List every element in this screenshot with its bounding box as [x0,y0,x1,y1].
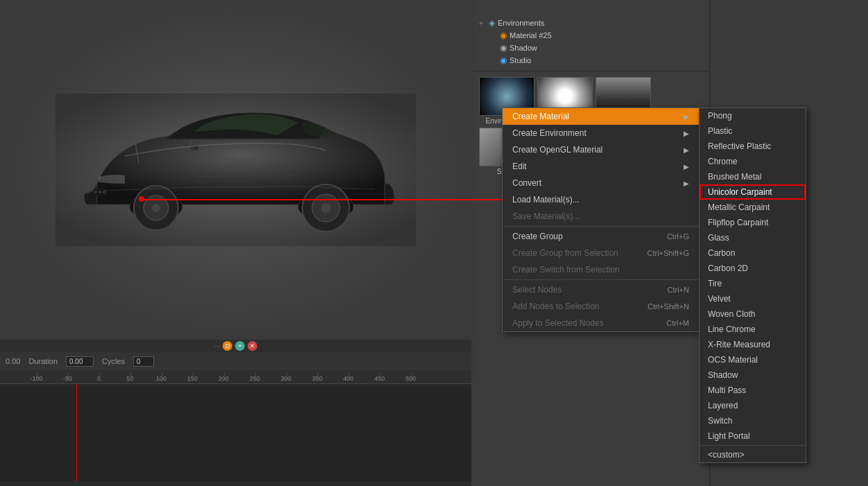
svg-point-8 [321,203,331,213]
ctx-label: Create Switch from Selection [512,265,620,275]
ctx-save-materials: Save Material(s)... [503,208,699,225]
ctx-select-nodes: Select Nodes Ctrl+N [503,281,699,298]
sub-glass[interactable]: Glass [700,230,806,245]
duration-input[interactable] [66,356,94,367]
add-button[interactable]: + [235,341,245,351]
ctx-create-opengl[interactable]: Create OpenGL Material ▶ [503,141,699,158]
tree-label: Shadow [510,44,537,52]
sub-woven-cloth[interactable]: Woven Cloth [700,306,806,322]
tree-label: Environments [498,19,544,27]
ctx-convert[interactable]: Convert ▶ [503,175,699,191]
submenu-material-types: Phong Plastic Reflective Plastic Chrome … [699,107,806,463]
ctx-label: Create Material [512,112,569,121]
car-silhouette [55,94,416,246]
shortcut-label: Ctrl+M [666,319,689,327]
sub-line-chrome[interactable]: Line Chrome [700,322,806,337]
context-menu: Create Material ▶ Create Environment ▶ C… [502,107,700,332]
ctx-create-switch-sel: Create Switch from Selection [503,261,699,278]
sub-flipflop-carpaint[interactable]: Flipflop Carpaint [700,215,806,230]
ctx-separator [503,279,699,280]
ruler-mark: 450 [364,375,395,382]
ctx-separator [503,226,699,227]
sub-reflective-plastic[interactable]: Reflective Plastic [700,139,806,154]
sub-chrome[interactable]: Chrome [700,154,806,169]
ctx-create-environment[interactable]: Create Environment ▶ [503,125,699,141]
sub-tire[interactable]: Tire [700,276,806,291]
ruler-mark: 50 [114,375,146,382]
cycles-label: Cycles [102,357,125,365]
ruler-mark: 500 [395,375,426,382]
ruler-mark: 300 [270,375,302,382]
ctx-create-group-sel: Create Group from Selection Ctrl+Shift+G [503,245,699,261]
ctx-label: Create Group [512,232,563,241]
shortcut-label: Ctrl+Shift+N [648,302,689,311]
shortcut-label: Ctrl+G [667,232,689,241]
sub-unicolor-carpaint[interactable]: Unicolor Carpaint [700,184,806,200]
sub-carbon[interactable]: Carbon [700,245,806,261]
sub-separator [700,445,806,446]
env-icon: ◈ [489,18,495,28]
tree-label: Material #25 [510,31,552,40]
timeline-ruler: -100 -50 0 50 100 150 200 250 300 350 40… [0,370,471,384]
ruler-mark: 200 [208,375,239,382]
sub-shadow[interactable]: Shadow [700,367,806,383]
start-label: 0.00 [6,357,20,365]
sub-phong[interactable]: Phong [700,108,806,123]
ctx-label: Create Environment [512,128,587,138]
ruler-mark: 100 [146,375,177,382]
ctx-label: Add Nodes to Selection [512,302,599,311]
timeline: 0.00 Duration Cycles -100 -50 0 50 100 1… [0,352,471,486]
sub-multi-pass[interactable]: Multi Pass [700,383,806,398]
tree-label: Studio [510,56,531,64]
arrow-right-icon: ▶ [684,113,689,121]
sub-layered[interactable]: Layered [700,398,806,413]
tree-item-shadow[interactable]: ◉ Shadow [479,42,704,54]
ruler-mark: -50 [52,375,83,382]
tree-item-environments[interactable]: + ◈ Environments [479,17,704,29]
svg-rect-10 [94,191,97,193]
sub-switch[interactable]: Switch [700,413,806,428]
ctx-load-materials[interactable]: Load Material(s)... [503,191,699,208]
d-button[interactable]: D [223,341,232,351]
ctx-label: Apply to Selected Nodes [512,318,603,328]
svg-rect-12 [103,191,105,193]
ctx-apply-nodes: Apply to Selected Nodes Ctrl+M [503,315,699,331]
sub-ocs[interactable]: OCS Material [700,352,806,367]
sub-velvet[interactable]: Velvet [700,291,806,306]
drag-handle: ··· [214,342,220,350]
sub-plastic[interactable]: Plastic [700,123,806,139]
arrow-indicator [139,199,506,200]
sub-custom[interactable]: <custom> [700,447,806,462]
ctx-edit[interactable]: Edit ▶ [503,158,699,175]
viewport-bottom-bar: ··· D + ✕ [0,340,471,352]
mat-icon: ◉ [500,31,507,40]
ctx-create-group[interactable]: Create Group Ctrl+G [503,228,699,245]
timeline-tracks [0,384,471,481]
sub-brushed-metal[interactable]: Brushed Metal [700,169,806,184]
arrow-right-icon: ▶ [684,146,689,154]
svg-rect-11 [98,191,101,193]
tree-item-studio[interactable]: ◉ Studio [479,54,704,67]
close-button[interactable]: ✕ [248,341,257,351]
ctx-create-material[interactable]: Create Material ▶ [503,108,699,125]
tree-item-material25[interactable]: ◉ Material #25 [479,29,704,42]
ctx-label: Select Nodes [512,285,562,295]
studio-icon: ◉ [500,55,507,65]
arrow-right-icon: ▶ [684,163,689,171]
sub-x-rite[interactable]: X-Rite Measured [700,337,806,352]
sub-metallic-carpaint[interactable]: Metallic Carpaint [700,200,806,215]
expand-icon: + [479,19,486,27]
duration-label: Duration [28,357,58,365]
timeline-controls: 0.00 Duration Cycles [0,352,471,370]
3d-viewport [0,0,471,340]
right-edge-top [710,0,868,107]
cycles-input[interactable] [133,356,154,367]
sub-carbon-2d[interactable]: Carbon 2D [700,261,806,276]
shortcut-label: Ctrl+N [668,286,689,294]
ctx-label: Create Group from Selection [512,248,618,258]
ctx-label: Save Material(s)... [512,211,580,221]
viewport-content [0,0,471,340]
arrow-right-icon: ▶ [684,180,689,187]
sub-light-portal[interactable]: Light Portal [700,428,806,444]
ruler-mark: -100 [21,375,52,382]
